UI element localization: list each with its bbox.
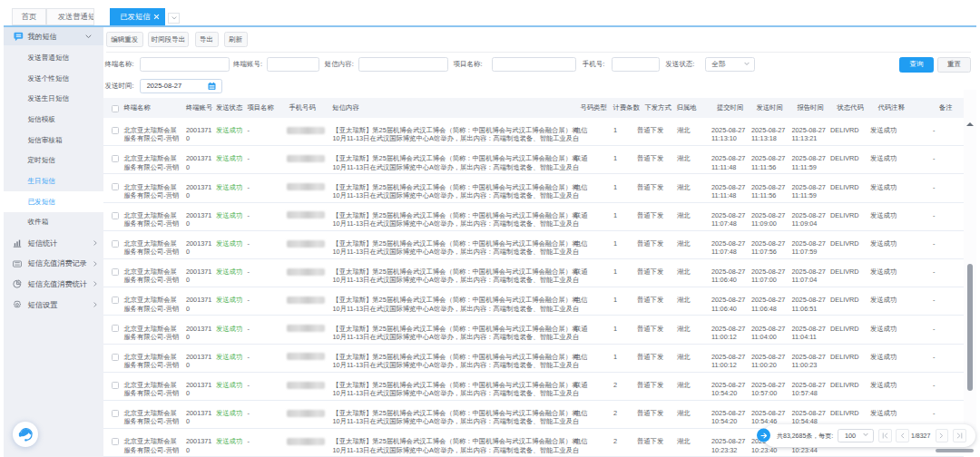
sidebar-item-0[interactable]: 发送普通短信 xyxy=(4,48,103,69)
next-page-button[interactable] xyxy=(936,429,949,442)
table-row-3[interactable]: 北京亚太瑞斯会展服务有限公司-营销20013710发送成功-【亚太瑞斯】第25届… xyxy=(103,203,964,231)
main-panel: 编辑重发时间段导出导出刷新 终端名称:终端账号:短信内容:项目名称:手机号: 全… xyxy=(103,27,976,457)
cell-send-mode: 普通下发 xyxy=(637,146,663,174)
sidebar-item-10[interactable]: 短信充值消费记录 xyxy=(4,253,103,274)
sidebar-item-12[interactable]: 短信设置 xyxy=(4,295,103,316)
table-row-7[interactable]: 北京亚太瑞斯会展服务有限公司-营销20013710发送成功-【亚太瑞斯】第25届… xyxy=(103,316,964,344)
customer-service-button[interactable] xyxy=(13,422,38,447)
vertical-scrollbar-thumb[interactable] xyxy=(967,264,973,391)
cell-sms-content: 【亚太瑞斯】第25届机博会武汉工博会（简称：中国机博会与武汉工博会融合展）将10… xyxy=(333,373,580,401)
row-checkbox[interactable] xyxy=(112,438,119,445)
phone-number-input[interactable] xyxy=(612,57,660,72)
time-line: 11:09:04 xyxy=(792,219,826,228)
cell-phone-number-blurred xyxy=(287,268,325,276)
time-line: 11:13:21 xyxy=(792,134,826,142)
column-header-12: 报告时间 xyxy=(798,98,824,118)
table-row-8[interactable]: 北京亚太瑞斯会展服务有限公司-营销20013710发送成功-【亚太瑞斯】第25届… xyxy=(103,345,964,373)
cell-number-type: 电信 xyxy=(574,429,588,457)
row-checkbox[interactable] xyxy=(112,155,119,162)
page-size-select[interactable]: 100 xyxy=(838,429,874,442)
phone-number-label: 手机号: xyxy=(583,57,605,72)
row-checkbox[interactable] xyxy=(112,382,119,389)
cell-number-type: 电信 xyxy=(574,401,588,429)
row-checkbox[interactable] xyxy=(112,183,119,190)
sidebar-item-6[interactable]: 生日短信 xyxy=(4,171,103,192)
text-line: 【亚太瑞斯】第25届机博会武汉工博会（简称：中国机博会与武汉工博会融合展）将 xyxy=(333,437,580,445)
tab-sent-sms[interactable]: 已发短信 xyxy=(110,8,165,25)
row-checkbox[interactable] xyxy=(112,240,119,248)
row-checkbox[interactable] xyxy=(112,297,119,304)
cell-remark: - xyxy=(933,203,935,231)
terminal-name-input[interactable] xyxy=(140,57,230,72)
sidebar-item-7[interactable]: 已发短信 xyxy=(4,191,103,212)
row-checkbox[interactable] xyxy=(112,354,119,361)
project-name-input[interactable] xyxy=(492,57,576,72)
sms-content-input[interactable] xyxy=(358,57,449,72)
table-header: 终端名称终端账号发送状态项目名称手机号码短信内容号码类型计费条数下发方式归属地提… xyxy=(103,98,976,118)
tab-home[interactable]: 首页 xyxy=(12,8,47,25)
select-all-checkbox[interactable] xyxy=(112,105,119,112)
date-line: 2025-08-27 xyxy=(751,211,785,219)
table-row-9[interactable]: 北京亚太瑞斯会展服务有限公司-营销20013710发送成功-【亚太瑞斯】第25届… xyxy=(103,373,964,401)
send-status-select[interactable]: 全部 xyxy=(705,57,755,72)
table-row-2[interactable]: 北京亚太瑞斯会展服务有限公司-营销20013710发送成功-【亚太瑞斯】第25届… xyxy=(103,174,964,202)
cell-send-time: 2025-08-2711:11:56 xyxy=(751,146,785,174)
cell-terminal-account: 20013710 xyxy=(186,146,211,174)
pagination-collapse-button[interactable] xyxy=(757,429,770,442)
time-range-export-button[interactable]: 时间段导出 xyxy=(148,32,189,47)
sidebar-item-2[interactable]: 发送生日短信 xyxy=(4,89,103,110)
cell-status-code: DELIVRD xyxy=(830,373,859,401)
close-icon[interactable] xyxy=(153,14,160,20)
cell-project-name: - xyxy=(248,174,250,202)
tab-list-dropdown-button[interactable] xyxy=(168,13,180,24)
reset-button[interactable]: 重置 xyxy=(937,57,971,73)
text-line: 【亚太瑞斯】第25届机博会武汉工博会（简称：中国机博会与武汉工博会融合展）将 xyxy=(333,381,580,389)
last-page-button[interactable] xyxy=(953,429,966,442)
date-line: 2025-08-27 xyxy=(792,126,826,134)
sidebar-item-1[interactable]: 发送个性短信 xyxy=(4,68,103,89)
text-line: 【亚太瑞斯】第25届机博会武汉工博会（简称：中国机博会与武汉工博会融合展）将 xyxy=(333,154,580,162)
cell-terminal-name: 北京亚太瑞斯会展服务有限公司-营销 xyxy=(124,118,180,146)
cell-send-status: 发送成功 xyxy=(216,259,242,287)
date-line: 2025-08-27 xyxy=(751,239,785,248)
refresh-button[interactable]: 刷新 xyxy=(224,32,248,47)
row-checkbox[interactable] xyxy=(112,410,119,417)
row-checkbox[interactable] xyxy=(112,325,119,332)
sidebar-item-11[interactable]: 短信充值消费统计 xyxy=(4,274,103,295)
text-line: 10月11-13日在武汉国际博览中心A馆举办，展出内容：高端制造装备、智能工业及… xyxy=(333,276,580,284)
sidebar-item-4[interactable]: 短信审核箱 xyxy=(4,130,103,151)
first-page-button[interactable] xyxy=(878,429,892,442)
table-row-6[interactable]: 北京亚太瑞斯会展服务有限公司-营销20013710发送成功-【亚太瑞斯】第25届… xyxy=(103,287,964,316)
sidebar-item-label: 短信设置 xyxy=(28,300,58,310)
sidebar-item-9[interactable]: 短信统计 xyxy=(4,233,103,254)
table-row-0[interactable]: 北京亚太瑞斯会展服务有限公司-营销20013710发送成功-【亚太瑞斯】第25届… xyxy=(103,118,964,146)
search-button[interactable]: 查询 xyxy=(899,57,934,73)
sidebar-item-8[interactable]: 收件箱 xyxy=(4,212,103,233)
row-checkbox[interactable] xyxy=(112,212,119,219)
cell-number-type: 联通 xyxy=(574,373,588,401)
text-line: 北京亚太瑞斯会展 xyxy=(124,409,180,417)
export-button[interactable]: 导出 xyxy=(195,32,219,47)
cell-status-code: DELIVRD xyxy=(830,345,859,373)
cell-sms-content: 【亚太瑞斯】第25届机博会武汉工博会（简称：中国机博会与武汉工博会融合展）将10… xyxy=(333,401,580,429)
prev-page-button[interactable] xyxy=(896,429,909,442)
text-line: 0 xyxy=(186,305,211,313)
cell-bill-count: 1 xyxy=(613,316,617,344)
sidebar-item-5[interactable]: 定时短信 xyxy=(4,151,103,171)
row-checkbox[interactable] xyxy=(112,268,119,276)
edit-resend-button[interactable]: 编辑重发 xyxy=(106,32,143,47)
terminal-account-input[interactable] xyxy=(267,57,319,72)
sidebar-item-3[interactable]: 短信模板 xyxy=(4,110,103,131)
row-checkbox[interactable] xyxy=(112,127,119,134)
table-row-5[interactable]: 北京亚太瑞斯会展服务有限公司-营销20013710发送成功-【亚太瑞斯】第25届… xyxy=(103,259,964,287)
table-row-1[interactable]: 北京亚太瑞斯会展服务有限公司-营销20013710发送成功-【亚太瑞斯】第25届… xyxy=(103,146,964,174)
text-line: 服务有限公司-营销 xyxy=(124,361,180,369)
sidebar-header-my-sms[interactable]: 我的短信 xyxy=(4,27,103,45)
horizontal-scrollbar-thumb[interactable] xyxy=(936,449,974,452)
send-time-date-input[interactable]: 2025-08-27 xyxy=(140,79,223,93)
table-row-4[interactable]: 北京亚太瑞斯会展服务有限公司-营销20013710发送成功-【亚太瑞斯】第25届… xyxy=(103,231,964,259)
cell-region: 湖北 xyxy=(677,401,691,429)
text-line: 【亚太瑞斯】第25届机博会武汉工博会（简称：中国机博会与武汉工博会融合展）将 xyxy=(333,211,580,219)
scroll-up-arrow-icon[interactable] xyxy=(966,122,974,126)
tab-send-normal-sms[interactable]: 发送普通短 xyxy=(46,8,93,25)
